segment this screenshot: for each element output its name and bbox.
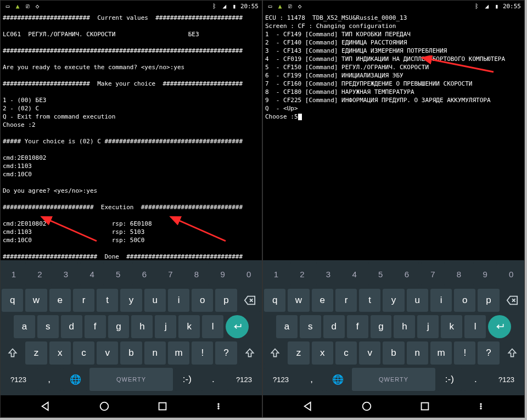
key-alt2[interactable]: ?123 xyxy=(490,368,523,391)
key-shift[interactable] xyxy=(264,341,285,365)
nav-more[interactable] xyxy=(477,400,485,412)
key-g[interactable]: g xyxy=(108,315,130,338)
key-o[interactable]: o xyxy=(192,289,213,312)
key-shift-right[interactable] xyxy=(239,341,261,365)
key-k[interactable]: k xyxy=(178,315,200,338)
key-o[interactable]: o xyxy=(454,289,475,312)
nav-recent[interactable] xyxy=(156,400,169,412)
key-dot[interactable]: . xyxy=(201,368,226,391)
key-h[interactable]: h xyxy=(131,315,153,338)
key-shift[interactable] xyxy=(2,341,23,365)
key-q[interactable]: q xyxy=(264,289,285,312)
key-backspace[interactable] xyxy=(502,289,523,312)
terminal-right[interactable]: ECU : 11478 TDB_X52_MSU&Russie_0000_13 S… xyxy=(263,12,524,267)
key-x[interactable]: x xyxy=(49,341,71,365)
key-backspace[interactable] xyxy=(239,289,261,312)
key-k[interactable]: k xyxy=(441,315,462,338)
key-0[interactable]: 0 xyxy=(499,262,523,285)
key-1[interactable]: 1 xyxy=(264,262,288,285)
key-a[interactable]: a xyxy=(14,315,35,338)
key-?[interactable]: ? xyxy=(215,341,237,365)
key-p[interactable]: p xyxy=(478,289,499,312)
key-alt[interactable]: ?123 xyxy=(264,368,298,391)
key-h[interactable]: h xyxy=(394,315,415,338)
key-globe[interactable]: 🌐 xyxy=(326,368,350,391)
key-q[interactable]: q xyxy=(2,289,23,312)
key-space[interactable]: QWERTY xyxy=(89,368,173,391)
terminal-left[interactable]: ######################## Current values … xyxy=(1,12,262,267)
key-9[interactable]: 9 xyxy=(473,262,497,285)
nav-back[interactable] xyxy=(40,400,52,412)
key-c[interactable]: c xyxy=(73,341,94,365)
key-e[interactable]: e xyxy=(312,289,333,312)
key-b[interactable]: b xyxy=(383,341,404,365)
key-m[interactable]: m xyxy=(168,341,189,365)
key-u[interactable]: u xyxy=(407,289,428,312)
key-6[interactable]: 6 xyxy=(132,262,156,285)
key-i[interactable]: i xyxy=(430,289,452,312)
key-4[interactable]: 4 xyxy=(343,262,367,285)
key-f[interactable]: f xyxy=(85,315,106,338)
key-n[interactable]: n xyxy=(407,341,428,365)
key-t[interactable]: t xyxy=(359,289,380,312)
key-r[interactable]: r xyxy=(335,289,357,312)
key-0[interactable]: 0 xyxy=(237,262,261,285)
key-1[interactable]: 1 xyxy=(2,262,26,285)
keyboard[interactable]: 1234567890 qwertyuiop asdfghjkl zxcvbnm!… xyxy=(1,260,262,395)
key-n[interactable]: n xyxy=(144,341,166,365)
nav-recent[interactable] xyxy=(419,400,431,412)
key-j[interactable]: j xyxy=(155,315,176,338)
key-comma[interactable]: , xyxy=(300,368,324,391)
key-b[interactable]: b xyxy=(120,341,142,365)
key-a[interactable]: a xyxy=(276,315,298,338)
key-v[interactable]: v xyxy=(359,341,380,365)
key-![interactable]: ! xyxy=(192,341,213,365)
key-![interactable]: ! xyxy=(454,341,475,365)
key-j[interactable]: j xyxy=(417,315,439,338)
key-f[interactable]: f xyxy=(347,315,368,338)
key-3[interactable]: 3 xyxy=(54,262,78,285)
key-w[interactable]: w xyxy=(288,289,309,312)
key-w[interactable]: w xyxy=(25,289,47,312)
key-7[interactable]: 7 xyxy=(159,262,183,285)
key-r[interactable]: r xyxy=(73,289,94,312)
key-9[interactable]: 9 xyxy=(211,262,235,285)
key-4[interactable]: 4 xyxy=(80,262,104,285)
key-emoji[interactable]: :-) xyxy=(438,368,462,391)
key-c[interactable]: c xyxy=(335,341,357,365)
key-g[interactable]: g xyxy=(371,315,392,338)
key-8[interactable]: 8 xyxy=(184,262,209,285)
key-5[interactable]: 5 xyxy=(368,262,393,285)
key-v[interactable]: v xyxy=(97,341,118,365)
key-globe[interactable]: 🌐 xyxy=(63,368,87,391)
key-p[interactable]: p xyxy=(215,289,237,312)
nav-home[interactable] xyxy=(361,400,373,412)
key-dot[interactable]: . xyxy=(464,368,488,391)
key-z[interactable]: z xyxy=(288,341,309,365)
key-d[interactable]: d xyxy=(323,315,345,338)
key-2[interactable]: 2 xyxy=(28,262,52,285)
key-d[interactable]: d xyxy=(61,315,82,338)
key-m[interactable]: m xyxy=(430,341,452,365)
key-7[interactable]: 7 xyxy=(421,262,445,285)
keyboard[interactable]: 1234567890 qwertyuiop asdfghjkl zxcvbnm!… xyxy=(263,260,524,395)
key-u[interactable]: u xyxy=(144,289,166,312)
key-i[interactable]: i xyxy=(168,289,189,312)
key-s[interactable]: s xyxy=(37,315,59,338)
key-y[interactable]: y xyxy=(383,289,404,312)
key-alt2[interactable]: ?123 xyxy=(227,368,261,391)
key-8[interactable]: 8 xyxy=(447,262,471,285)
key-?[interactable]: ? xyxy=(478,341,499,365)
key-enter[interactable] xyxy=(226,315,249,338)
key-comma[interactable]: , xyxy=(37,368,61,391)
key-alt[interactable]: ?123 xyxy=(2,368,35,391)
key-s[interactable]: s xyxy=(300,315,321,338)
key-x[interactable]: x xyxy=(312,341,333,365)
nav-back[interactable] xyxy=(302,400,315,412)
key-6[interactable]: 6 xyxy=(395,262,419,285)
nav-home[interactable] xyxy=(98,400,110,412)
key-space[interactable]: QWERTY xyxy=(352,368,435,391)
key-l[interactable]: l xyxy=(464,315,486,338)
key-t[interactable]: t xyxy=(97,289,118,312)
key-e[interactable]: e xyxy=(49,289,71,312)
